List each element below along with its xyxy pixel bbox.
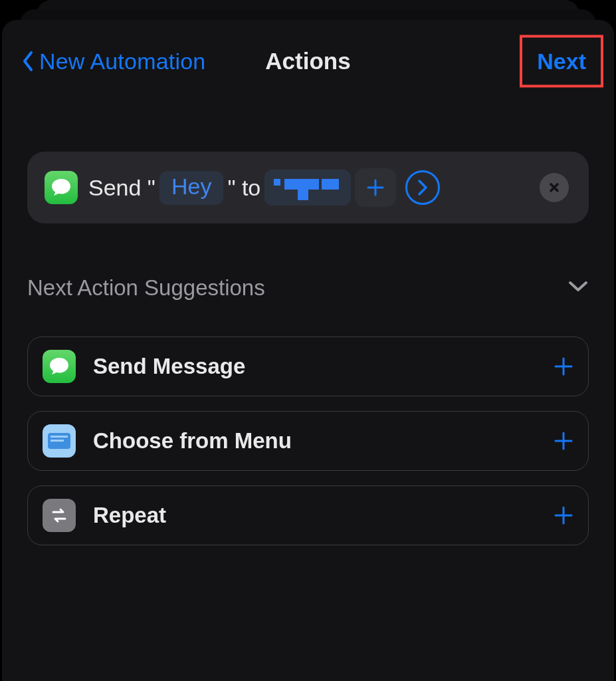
add-action-icon — [554, 499, 573, 532]
back-label: New Automation — [39, 49, 205, 74]
suggestions-section-header[interactable]: Next Action Suggestions — [27, 275, 589, 301]
chevron-down-icon — [567, 280, 589, 296]
next-button[interactable]: Next — [520, 35, 603, 88]
suggestion-send-message[interactable]: Send Message — [27, 337, 589, 396]
messages-app-icon — [43, 350, 76, 383]
suggestion-repeat[interactable]: Repeat — [27, 485, 589, 545]
suggestion-label: Repeat — [93, 503, 536, 528]
suggestions-list: Send Message Choose from Menu Repeat — [27, 337, 589, 545]
suggestion-label: Send Message — [93, 354, 536, 379]
header-title: Actions — [265, 48, 350, 74]
suggestion-choose-from-menu[interactable]: Choose from Menu — [27, 411, 589, 471]
back-button[interactable]: New Automation — [21, 28, 205, 94]
expand-action-button[interactable] — [405, 170, 440, 205]
remove-action-button[interactable] — [540, 173, 569, 202]
nav-header: New Automation Actions Next — [2, 28, 614, 94]
actions-sheet: New Automation Actions Next Send " Hey "… — [2, 20, 614, 681]
repeat-icon — [43, 499, 76, 532]
add-action-icon — [554, 424, 573, 458]
current-action-block[interactable]: Send " Hey " to — [27, 152, 589, 223]
chevron-left-icon — [21, 49, 35, 73]
recipient-token[interactable] — [264, 170, 351, 205]
add-action-icon — [554, 350, 573, 383]
messages-app-icon — [45, 171, 78, 204]
suggestions-title: Next Action Suggestions — [27, 275, 265, 301]
action-prefix: Send " — [88, 175, 155, 201]
suggestion-label: Choose from Menu — [93, 428, 536, 454]
action-sentence: Send " Hey " to — [88, 168, 529, 207]
add-recipient-button[interactable] — [355, 168, 396, 207]
next-label: Next — [537, 49, 586, 74]
menu-icon — [43, 424, 76, 458]
action-middle: " to — [227, 175, 260, 201]
message-text-token[interactable]: Hey — [159, 171, 223, 205]
